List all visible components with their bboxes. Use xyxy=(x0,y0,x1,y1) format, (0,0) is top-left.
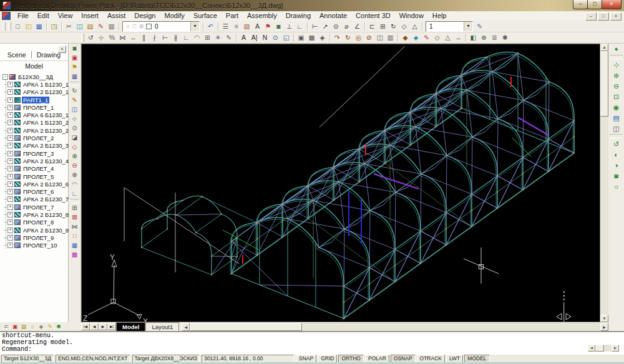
intersect-icon[interactable]: ⊗ xyxy=(70,171,80,180)
tree-item[interactable]: +ПРОЛЕТ_8 xyxy=(0,219,68,226)
dim-linear-icon[interactable]: ⊢ xyxy=(310,22,320,31)
dim-style-icon[interactable]: ⚑ xyxy=(263,22,273,31)
lightbulb-icon[interactable]: ☼ xyxy=(28,323,37,330)
clipboard-icon[interactable]: ▤ xyxy=(19,323,28,330)
toggle-lwt[interactable]: LWT xyxy=(446,355,463,363)
combine-icon[interactable]: ⊕ xyxy=(479,33,489,42)
sketch-icon[interactable]: ✎ xyxy=(421,33,432,42)
tree-item[interactable]: +ПРОЛЕТ_4 xyxy=(0,165,68,173)
expand-toggle-icon[interactable]: + xyxy=(7,174,13,180)
ucs-icon[interactable]: ⊥ xyxy=(284,22,295,31)
dimscale-combo-dropdown[interactable]: ▼ xyxy=(464,22,472,31)
layer-combo-dropdown[interactable]: ▼ xyxy=(190,22,199,31)
tree-item[interactable]: +ПРОЛЕТ_10 xyxy=(0,242,68,249)
expand-toggle-icon[interactable]: + xyxy=(7,166,13,171)
tree-item[interactable]: +АРКА 2 Б1230_6 xyxy=(0,180,68,188)
menu-design[interactable]: Design xyxy=(130,11,160,21)
dim-continue-icon[interactable]: ⊞ xyxy=(378,22,388,31)
polyline-edit-icon[interactable]: ✎ xyxy=(223,33,234,42)
layer-manager-icon[interactable]: ≡ xyxy=(231,22,241,31)
tab-layout1[interactable]: Layout1 xyxy=(145,322,179,331)
drawing-view-icon[interactable]: ▥ xyxy=(385,33,396,42)
mdi-close-button[interactable]: × xyxy=(610,12,622,21)
dimscale-combo[interactable]: 1 ▼ xyxy=(426,21,473,32)
new-part-icon[interactable]: ◆ xyxy=(400,33,411,42)
copy-icon[interactable]: ◫ xyxy=(74,22,85,31)
layer-on-icon[interactable]: ☼ xyxy=(124,23,131,29)
plot-preview-icon[interactable]: ◳ xyxy=(49,22,59,31)
constraint-icon[interactable]: △ xyxy=(442,33,453,42)
expand-toggle-icon[interactable]: + xyxy=(7,212,13,218)
tree-item-label[interactable]: АРКА 2 Б1230_8 xyxy=(22,211,70,218)
profile-2d-icon[interactable]: ◇ xyxy=(70,143,80,151)
tree-item-label[interactable]: АРКА 2 Б1230_6 xyxy=(22,181,70,188)
tree-item-label[interactable]: ПРОЛЕТ_3 xyxy=(22,150,55,157)
redraw-icon[interactable]: ✦ xyxy=(611,44,622,54)
zoom-window2-icon[interactable]: ⊡ xyxy=(611,92,622,102)
wireframe-canvas[interactable]: XYZ xyxy=(82,44,600,322)
dim-update-icon[interactable]: ↻ xyxy=(388,22,399,31)
part-view-icon[interactable]: ◫ xyxy=(374,33,385,42)
zoom-window-icon[interactable]: ◱ xyxy=(281,33,291,42)
break-icon[interactable]: ∦ xyxy=(170,33,181,42)
tree-item-label[interactable]: АРКА 2 Б1230_1 xyxy=(22,89,70,95)
toggle-grid[interactable]: GRID xyxy=(318,355,337,363)
camera-view-icon[interactable]: ◙ xyxy=(273,22,284,31)
undo-icon[interactable]: ↶ xyxy=(205,22,216,31)
aerial-view-icon[interactable]: ▤ xyxy=(611,113,622,123)
mdi-restore-button[interactable]: □ xyxy=(598,12,609,21)
scroll-down-icon[interactable]: ▼ xyxy=(600,315,608,322)
command-line[interactable]: shortcut-menu. Regenerating model. Comma… xyxy=(0,331,624,354)
toolbar-grip[interactable] xyxy=(8,22,11,31)
explode-icon[interactable]: ✳ xyxy=(213,33,223,42)
tree-item-label[interactable]: ПРОЛЕТ_10 xyxy=(22,242,58,249)
toggle-polar[interactable]: POLAR xyxy=(365,355,389,363)
update-part-icon[interactable]: ↻ xyxy=(70,87,80,95)
offset-icon[interactable]: ∥ xyxy=(139,33,149,42)
tree-item[interactable]: +ПРОЛЕТ_1 xyxy=(0,103,68,111)
tree-item-label[interactable]: ПРОЛЕТ_8 xyxy=(22,219,55,226)
tree-item[interactable]: +АРКА 2 Б1230_7 xyxy=(0,196,68,203)
horizontal-scrollbar[interactable]: ◀ ▶ xyxy=(182,323,608,331)
zoom-previous-icon[interactable]: ⊖ xyxy=(611,81,622,91)
flag-icon[interactable]: ⚑ xyxy=(70,63,80,72)
print-icon[interactable]: ▥ xyxy=(106,22,117,31)
scroll-left-icon[interactable]: ◀ xyxy=(182,323,190,331)
refresh-icon[interactable]: ✱ xyxy=(54,323,63,330)
palette-icon[interactable]: ▩ xyxy=(70,251,80,259)
tree-item-label[interactable]: АРКА 2 Б1230_2 xyxy=(22,127,70,134)
tree-item-label[interactable]: АРКА 2 Б1230_3 xyxy=(22,142,70,149)
trim-icon[interactable]: ∤ xyxy=(149,33,160,42)
text-edit-icon[interactable]: N xyxy=(260,33,270,42)
tree-item-label[interactable]: ПРОЛЕТ_4 xyxy=(22,165,55,172)
scroll-up-icon[interactable]: ▲ xyxy=(600,44,608,51)
chamfer-icon[interactable]: ∟ xyxy=(181,33,192,42)
design-center-icon[interactable]: ▧ xyxy=(241,22,252,31)
zoom-realtime-icon[interactable]: ⊙ xyxy=(270,33,281,42)
expand-toggle-icon[interactable]: + xyxy=(7,235,13,241)
shade-icon[interactable]: ◑ xyxy=(611,160,622,170)
command-scrollbar[interactable]: ◀ ▶ xyxy=(588,345,619,352)
cut-icon[interactable]: ✂ xyxy=(64,22,74,31)
move-icon[interactable]: ⊹ xyxy=(96,33,107,42)
dim-edit-icon[interactable]: △ xyxy=(409,22,420,31)
expand-toggle-icon[interactable]: + xyxy=(7,158,13,164)
tree-item[interactable]: +PART1_1 xyxy=(0,96,68,103)
expand-toggle-icon[interactable]: + xyxy=(7,97,13,103)
menu-annotate[interactable]: Annotate xyxy=(315,11,351,21)
close-button[interactable]: × xyxy=(602,0,622,9)
text-style-icon[interactable]: A xyxy=(252,22,263,31)
work-plane-icon[interactable]: ◫ xyxy=(70,105,80,114)
light-icon[interactable]: ☼ xyxy=(611,181,622,191)
tree-item[interactable]: +АРКА 6 Б1230_1 xyxy=(0,111,68,118)
tree-item[interactable]: +ПРОЛЕТ_7 xyxy=(0,203,68,211)
tab-model[interactable]: Model xyxy=(0,60,68,70)
layer-thaw-icon[interactable]: □ xyxy=(131,23,138,29)
layer-unlock-icon[interactable]: ⊘ xyxy=(138,23,145,29)
expand-toggle-icon[interactable]: + xyxy=(7,181,13,187)
hide-icon[interactable]: ◐ xyxy=(611,150,622,160)
zoom-dynamic-icon[interactable]: ◉ xyxy=(611,102,622,112)
mirror-icon[interactable]: ⋈ xyxy=(117,33,128,42)
text-icon[interactable]: A xyxy=(238,33,249,42)
paste-icon[interactable]: ▤ xyxy=(85,22,95,31)
